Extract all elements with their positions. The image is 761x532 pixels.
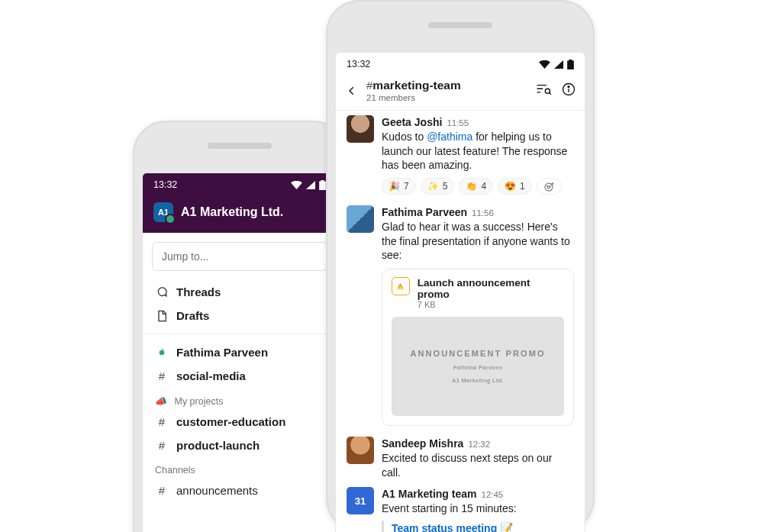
svg-point-1: [545, 89, 550, 93]
phone-mockup-left: 13:32 A1 A1 Marketing Ltd. Jump to...: [133, 121, 347, 532]
wifi-icon: [539, 60, 550, 69]
hash-icon: #: [155, 369, 169, 382]
google-drive-icon: [392, 277, 410, 295]
message-author: Sandeep Mishra: [382, 437, 463, 451]
reaction[interactable]: 😍1: [498, 178, 532, 195]
message-text-pre: Kudos to: [382, 131, 427, 143]
battery-icon: [319, 180, 326, 190]
back-button[interactable]: [345, 85, 359, 96]
attachment-preview-org: A1 Marketing Ltd.: [452, 377, 504, 384]
svg-point-3: [568, 85, 569, 87]
reaction-emoji: 😍: [505, 181, 516, 192]
message-author: Fathima Parveen: [382, 205, 467, 220]
phone-speaker: [208, 143, 272, 149]
drafts-icon: [155, 310, 169, 322]
phone-screen-left: 13:32 A1 A1 Marketing Ltd. Jump to...: [142, 172, 337, 532]
message-geeta[interactable]: Geeta Joshi 11:55 Kudos to @fathima for …: [336, 109, 585, 174]
message-author: Geeta Joshi: [382, 115, 442, 130]
svg-point-4: [545, 183, 553, 191]
reaction[interactable]: ✨5: [421, 178, 455, 195]
workspace-name: A1 Marketing Ltd.: [181, 205, 283, 219]
avatar[interactable]: [347, 205, 374, 233]
reaction-emoji: 👏: [466, 181, 477, 192]
reactions: 🎉7 ✨5 👏4 😍1: [336, 174, 585, 199]
message-sandeep[interactable]: Sandeep Mishra 12:32 Excited to discuss …: [336, 430, 585, 481]
nav-threads[interactable]: Threads: [143, 280, 337, 304]
calendar-event-title-text: Team status meeting: [392, 522, 497, 532]
hash-icon: #: [155, 484, 169, 497]
nav-drafts-label: Drafts: [176, 309, 209, 322]
channel-product-launch-label: product-launch: [176, 439, 260, 452]
jump-to-placeholder: Jump to...: [162, 250, 208, 263]
info-icon[interactable]: [562, 82, 576, 99]
nav-threads-label: Threads: [176, 285, 221, 298]
channel-customer-education[interactable]: # customer-education: [143, 410, 337, 434]
calendar-event[interactable]: Team status meeting 📝 Today from 13:00 t…: [382, 521, 574, 532]
channel-title-block[interactable]: #marketing-team 21 members: [366, 79, 528, 102]
nav-separator: [143, 334, 337, 334]
message-text: Excited to discuss next steps on our cal…: [382, 451, 574, 480]
channel-title: #marketing-team: [366, 79, 528, 92]
battery-icon: [567, 60, 574, 69]
svg-point-5: [547, 185, 548, 186]
channel-social-media-label: social-media: [176, 369, 246, 382]
channel-members: 21 members: [366, 93, 528, 102]
hash-icon: #: [155, 439, 169, 452]
reaction[interactable]: 👏4: [459, 178, 493, 195]
hash-icon: #: [155, 415, 169, 428]
channel-announcements-label: announcements: [176, 484, 258, 497]
phone-screen-right: 13:32 #marketing-team 21 members: [335, 52, 585, 532]
status-bar: 13:32: [143, 173, 337, 196]
filter-search-icon[interactable]: [536, 82, 551, 99]
mention-fathima[interactable]: @fathima: [427, 131, 472, 143]
reaction-count: 1: [520, 181, 525, 192]
status-icons: [539, 60, 574, 69]
dm-fathima-label: Fathima Parveen: [176, 346, 268, 359]
attachment-title: Launch announcement promo: [418, 277, 564, 300]
avatar[interactable]: [347, 115, 374, 143]
section-my-projects-label: My projects: [174, 396, 223, 407]
message-calendar[interactable]: 31 A1 Marketing team 12:45 Event startin…: [336, 481, 585, 517]
jump-to-input[interactable]: Jump to...: [152, 242, 327, 271]
message-text: Glad to hear it was a success! Here's th…: [382, 220, 574, 263]
avatar[interactable]: [347, 437, 374, 464]
message-time: 12:45: [481, 489, 503, 501]
message-fathima[interactable]: Fathima Parveen 11:56 Glad to hear it wa…: [336, 199, 585, 264]
reaction-emoji: ✨: [427, 181, 439, 192]
add-reaction-button[interactable]: [537, 178, 562, 195]
channel-product-launch[interactable]: # product-launch: [143, 434, 337, 457]
attachment-preview[interactable]: ANNOUNCEMENT PROMO Fathima Parveen A1 Ma…: [392, 317, 564, 416]
dm-fathima[interactable]: Fathima Parveen: [143, 340, 337, 364]
status-time: 13:32: [153, 179, 177, 190]
calendar-event-title[interactable]: Team status meeting 📝: [392, 522, 574, 532]
reaction-count: 4: [481, 181, 486, 192]
message-time: 11:55: [447, 118, 469, 129]
phone-mockup-right: 13:32 #marketing-team 21 members: [326, 0, 595, 532]
channel-social-media[interactable]: # social-media: [143, 364, 337, 388]
status-time: 13:32: [347, 59, 370, 69]
nav-drafts[interactable]: Drafts: [143, 304, 337, 327]
section-channels-label: Channels: [155, 465, 195, 476]
channel-header: #marketing-team 21 members: [336, 76, 585, 111]
attachment-preview-byline: Fathima Parveen: [453, 364, 503, 371]
message-author: A1 Marketing team: [382, 487, 476, 501]
section-channels[interactable]: Channels: [143, 457, 337, 479]
channel-name: marketing-team: [372, 79, 460, 92]
section-my-projects[interactable]: 📣 My projects: [143, 388, 337, 410]
reaction[interactable]: 🎉7: [382, 178, 416, 195]
signal-icon: [554, 60, 563, 69]
nav-list: Threads Drafts Fathima Parveen #: [143, 276, 337, 502]
megaphone-icon: 📣: [155, 396, 167, 407]
message-time: 12:32: [468, 439, 490, 450]
svg-point-6: [550, 185, 550, 186]
channel-announcements[interactable]: # announcements: [143, 479, 337, 502]
file-attachment[interactable]: Launch announcement promo 7 KB ANNOUNCEM…: [382, 269, 574, 426]
message-text: Event starting in 15 minutes:: [382, 501, 574, 516]
message-time: 11:56: [472, 208, 494, 219]
attachment-meta: 7 KB: [418, 300, 564, 309]
workspace-header[interactable]: A1 A1 Marketing Ltd.: [143, 196, 337, 233]
message-text: Kudos to @fathima for helping us to laun…: [382, 130, 574, 172]
reaction-count: 5: [443, 181, 448, 192]
signal-icon: [306, 181, 315, 189]
message-feed[interactable]: Geeta Joshi 11:55 Kudos to @fathima for …: [336, 109, 585, 532]
